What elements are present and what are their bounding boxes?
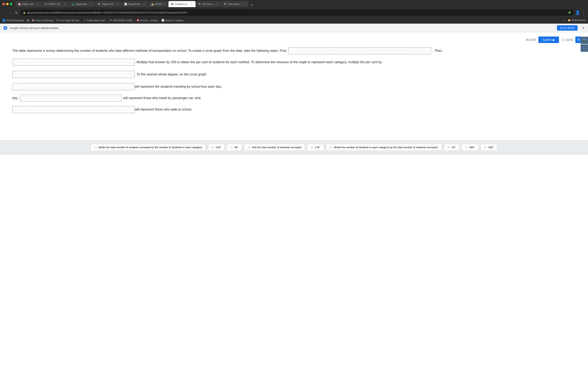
traffic-lights [2,3,12,5]
notification-close-button[interactable]: ✕ [582,26,585,30]
tab-southpark-close[interactable]: ✕ [90,3,93,6]
back-button[interactable]: ← [2,11,7,15]
bookmark-schoology[interactable]: 📚 Home | Schoology [32,19,54,22]
drag-dot [465,148,466,148]
new-tab-button[interactable]: + [250,3,254,7]
tab-fnaf-label: FNAF 1 V2 ... [49,3,62,5]
bookmark-dcsd[interactable]: DCSD Bookmarks [2,19,24,22]
maximize-traffic-light[interactable] [10,3,12,5]
drag-dot [249,147,250,147]
browser-chrome: 📅 Friday, Feb... ✕ 🎮 FNAF 1 V2 ... ✕ 📺 S… [0,0,588,33]
bookmark-fnaf[interactable]: 🎮 Five Nights at Fred... [56,19,81,22]
drag-option-9[interactable]: 180° [481,144,497,151]
tab-fnaf[interactable]: 🎮 FNAF 1 V2 ... ✕ [42,1,69,7]
tab-southpark[interactable]: 📺 South Park... ✕ [69,1,95,7]
bookmarks-more-button[interactable]: » [562,19,564,22]
profile-icon[interactable]: 👤 [575,10,580,15]
screenshot-button[interactable]: 📷 [581,37,588,44]
drag-option-2-label: 119° [216,146,221,149]
bookmark-withered-label: WITHERED CORR... [113,19,134,22]
tab-progressle[interactable]: 📚 Progress Le... ✕ [168,1,195,7]
tab-dcsd[interactable]: 🏫 DCSD ✕ [149,1,168,7]
tab-fnaf-close[interactable]: ✕ [63,3,66,6]
drop-zone-4[interactable] [12,83,135,90]
drag-dot [249,148,250,148]
star-icon[interactable]: ☆ [564,11,567,14]
sidebar-back-button[interactable]: ‹ [581,44,588,52]
tab-friday-close[interactable]: ✕ [36,3,39,6]
drag-option-1[interactable]: divide the total number of students surv… [91,144,206,151]
submit-button[interactable]: Submit ▶ [538,36,559,43]
tab-dcsd-close[interactable]: ✕ [163,3,165,6]
tab-powerpoint-close[interactable]: ✕ [143,3,146,6]
drag-option-7[interactable]: 52° [444,144,459,151]
drop-zone-6[interactable] [12,106,135,113]
sidebar-back-icon: ‹ [584,47,585,50]
drag-dot [213,147,214,147]
tab-powerpoint[interactable]: 📊 PowerPoint... ✕ [122,1,148,7]
drag-options-container: divide the total number of students surv… [0,140,588,155]
drag-dot [448,148,448,148]
tab-circle1[interactable]: 🔍 The circle ... ✕ [196,1,221,7]
drag-dot [330,148,330,148]
bookmark-fnf-label: Friday Night Funki... [87,19,107,22]
tab-circle2-close[interactable]: ✕ [243,3,246,6]
bookmark-surviv-label: surviv.io - 2d batt... [140,19,159,22]
drag-option-4[interactable]: find the total number of students survey… [244,144,305,151]
lock-icon: 🔒 [23,11,26,14]
drag-option-8[interactable]: 360° [462,144,478,151]
drag-option-5-label: 176° [315,146,320,149]
tab-typesgoogle-close[interactable]: ✕ [116,3,119,6]
timer-icon: 🕐 [562,38,565,42]
bookmark-surviv[interactable]: 🎯 surviv.io - 2d batt... [137,19,159,22]
drag-option-6[interactable]: divide the number of students in each ca… [326,144,442,151]
bookmark-fnf[interactable]: 🎵 Friday Night Funki... [83,19,107,22]
tab-progressle-icon: 📚 [171,3,174,6]
question-text-after-blank3: . To the nearest whole degree, on the ci… [135,72,207,77]
fnaf-icon: 🎮 [56,19,59,22]
bookmark-desmos[interactable]: 📈 Desmos | Graphin... [162,19,185,22]
drop-zone-3[interactable] [12,71,135,78]
drag-dot [94,147,95,147]
tab-typesgoogle[interactable]: 🔍 Types of G... ✕ [95,1,121,7]
drag-handle-8 [465,147,468,148]
tab-friday[interactable]: 📅 Friday, Feb... ✕ [16,1,42,7]
refresh-button[interactable]: ↻ [14,11,19,15]
drag-dot [485,148,486,148]
question-line-4: will represent the students traveling by… [12,81,582,92]
drag-option-1-label: divide the total number of students surv… [98,146,202,149]
minimize-traffic-light[interactable] [6,3,9,5]
nav-buttons: ← → ↻ [2,11,19,15]
drag-dot [467,147,467,147]
drop-zone-2[interactable] [12,58,135,66]
tab-progressle-close[interactable]: ✕ [190,3,193,6]
forward-button[interactable]: → [8,11,13,15]
tab-circle2[interactable]: 🔍 The circle g... ✕ [222,1,248,7]
drag-option-3[interactable]: 65° [227,144,242,151]
drag-handle-7 [448,147,450,148]
menu-icon[interactable]: ⋮ [582,10,586,15]
drop-zone-1[interactable] [288,47,431,54]
question-text-day: day; [12,95,19,101]
bookmark-apps[interactable]: ⊞ [27,19,29,22]
drag-dot [485,147,486,147]
tab-circle1-close[interactable]: ✕ [216,3,219,6]
drag-dot [331,148,332,148]
set-default-button[interactable]: Set as default [557,25,578,31]
screenshot-icon: 📷 [583,39,586,42]
close-traffic-light[interactable] [2,3,5,5]
drag-option-5[interactable]: 176° [307,144,324,151]
drag-dot [449,148,450,148]
drag-dot [449,147,450,147]
url-bar[interactable]: 🔒 app.progresslearning.com/middleSchool/… [20,9,573,16]
extensions-icon[interactable]: 🧩 [568,11,571,14]
drag-dot [231,147,231,147]
drag-option-2[interactable]: 119° [208,144,225,151]
all-bookmarks-button[interactable]: 📁 All Bookmarks [568,19,586,22]
bookmark-withered[interactable]: 🎮 WITHERED CORR... [109,19,134,22]
drag-dot [330,147,330,147]
drop-zone-5[interactable] [20,94,122,102]
drag-dot [212,148,212,148]
question-text-after-blank1: . Then, [433,48,443,54]
schoology-icon: 📚 [32,19,35,22]
